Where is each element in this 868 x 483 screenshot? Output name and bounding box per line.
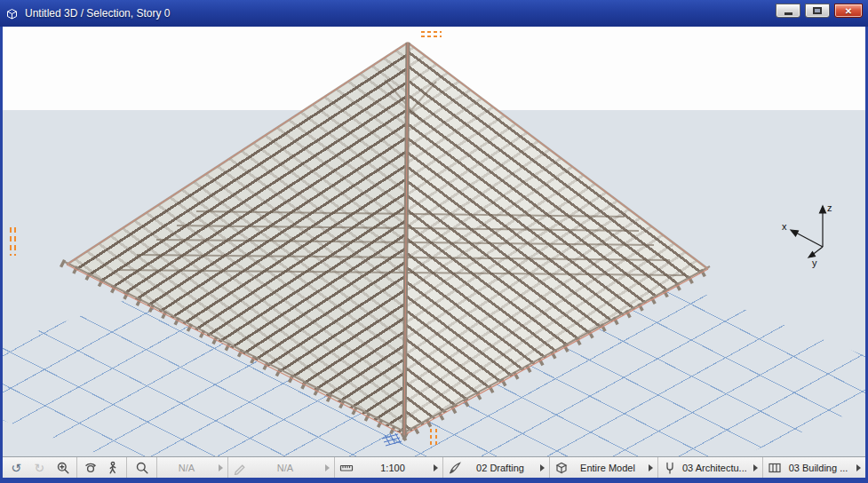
titlebar[interactable]: Untitled 3D / Selection, Story 0 ✕	[0, 0, 868, 27]
axis-label-y: y	[812, 257, 817, 268]
zoom-in-icon[interactable]	[56, 461, 70, 475]
eave-left	[61, 262, 408, 438]
maximize-icon	[813, 7, 822, 14]
3d-viewport[interactable]: z x y	[3, 27, 865, 456]
status-segment-model-filter[interactable]: Entire Model	[550, 457, 658, 478]
apex-braces	[385, 80, 436, 120]
ruler-icon	[339, 461, 354, 475]
status-segment-na-2[interactable]: N/A	[228, 457, 335, 478]
pen-set-icon	[768, 461, 782, 475]
section-marker-bottom	[431, 429, 436, 445]
flyout-arrow-icon	[540, 464, 545, 471]
window-menu-icon[interactable]	[5, 6, 20, 20]
view-history-group: ↺ ↻	[3, 457, 77, 478]
flyout-arrow-icon	[219, 464, 223, 471]
fork-icon	[663, 461, 677, 475]
section-marker-top	[421, 32, 442, 36]
segment-label: 02 Drafting	[467, 463, 533, 473]
status-segment-dimension-style[interactable]: 03 Architectu...	[658, 457, 763, 478]
window-title: Untitled 3D / Selection, Story 0	[25, 7, 776, 20]
hip-edges	[67, 43, 708, 435]
flyout-arrow-icon	[856, 464, 861, 471]
flyout-arrow-icon	[325, 464, 330, 471]
status-segment-na-1[interactable]: N/A	[157, 457, 228, 478]
eave-right	[402, 266, 713, 438]
segment-label: 03 Architectu...	[682, 463, 746, 473]
app-window: Untitled 3D / Selection, Story 0 ✕	[0, 0, 868, 483]
zoom-group	[127, 457, 157, 478]
segment-label: N/A	[252, 463, 318, 473]
minimize-button[interactable]	[776, 4, 800, 18]
pencil-icon	[233, 461, 247, 475]
status-segment-pen-set[interactable]: 03 Building ...	[763, 457, 865, 478]
close-button[interactable]: ✕	[834, 4, 863, 18]
model-overlay: z x y	[3, 27, 865, 456]
maximize-button[interactable]	[805, 4, 830, 18]
flyout-arrow-icon	[649, 464, 653, 471]
segment-label: 1:100	[359, 463, 426, 473]
axis-indicator: z x y	[782, 202, 832, 268]
segment-label: Entire Model	[574, 463, 641, 473]
section-marker-left	[11, 227, 15, 256]
explore-walk-icon[interactable]	[106, 461, 120, 475]
minimize-icon	[784, 12, 792, 15]
quill-pen-icon	[448, 461, 462, 475]
ceiling-joists	[117, 211, 686, 275]
cube-icon	[554, 461, 569, 475]
orbit-icon[interactable]	[84, 461, 98, 475]
next-view-icon[interactable]: ↻	[32, 461, 46, 475]
status-segment-scale[interactable]: 1:100	[335, 457, 443, 478]
status-segment-layer-combination[interactable]: 02 Drafting	[443, 457, 550, 478]
flyout-arrow-icon	[434, 464, 438, 471]
axis-label-x: x	[782, 221, 787, 232]
previous-view-icon[interactable]: ↺	[9, 461, 23, 475]
segment-label: 03 Building ...	[787, 463, 849, 473]
statusbar: ↺ ↻	[3, 456, 865, 478]
zoom-icon[interactable]	[135, 461, 149, 475]
origin-grid-icon	[382, 433, 402, 446]
segment-label: N/A	[162, 463, 211, 473]
navigation-group	[77, 457, 127, 478]
axis-label-z: z	[827, 202, 832, 213]
flyout-arrow-icon	[753, 464, 758, 471]
